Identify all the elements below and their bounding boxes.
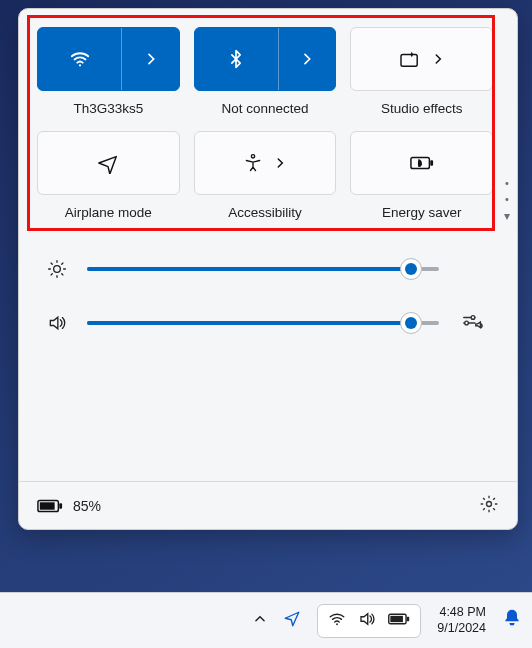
svg-rect-15 bbox=[391, 615, 404, 621]
bluetooth-icon bbox=[226, 49, 246, 69]
quick-settings-panel: Th3G33ks5 Not connected bbox=[18, 8, 518, 530]
tray-quick-settings-button[interactable] bbox=[317, 604, 421, 638]
tile-wifi[interactable] bbox=[37, 27, 180, 91]
svg-point-2 bbox=[251, 155, 254, 158]
slider-fill bbox=[87, 321, 411, 325]
svg-point-12 bbox=[336, 623, 338, 625]
clock-time: 4:48 PM bbox=[437, 605, 486, 621]
notifications-button[interactable] bbox=[502, 608, 522, 633]
tile-airplane-wrap: Airplane mode bbox=[37, 131, 180, 227]
system-tray: 4:48 PM 9/1/2024 bbox=[253, 604, 522, 638]
airplane-icon bbox=[97, 152, 119, 174]
tile-wifi-wrap: Th3G33ks5 bbox=[37, 27, 180, 123]
tile-bluetooth-toggle[interactable] bbox=[195, 28, 279, 90]
brightness-row bbox=[45, 257, 489, 281]
triangle-down-icon: ▾ bbox=[504, 209, 510, 223]
studio-effects-icon bbox=[399, 50, 421, 68]
svg-rect-4 bbox=[430, 160, 433, 166]
svg-rect-14 bbox=[407, 616, 409, 621]
tiles-grid: Th3G33ks5 Not connected bbox=[37, 27, 499, 227]
slider-thumb[interactable] bbox=[400, 312, 422, 334]
chevron-right-icon bbox=[431, 52, 445, 66]
slider-thumb[interactable] bbox=[400, 258, 422, 280]
wifi-icon bbox=[69, 48, 91, 70]
dot-icon: • bbox=[505, 193, 509, 205]
gear-icon bbox=[479, 494, 499, 514]
settings-button[interactable] bbox=[479, 494, 499, 517]
chevron-right-icon bbox=[143, 51, 159, 67]
battery-text: 85% bbox=[73, 498, 101, 514]
volume-output-button[interactable] bbox=[457, 313, 489, 333]
tile-studio-label: Studio effects bbox=[381, 101, 463, 123]
svg-point-0 bbox=[79, 64, 81, 66]
battery-icon bbox=[388, 612, 410, 630]
wifi-icon bbox=[328, 610, 346, 632]
svg-point-7 bbox=[465, 321, 469, 325]
svg-point-5 bbox=[54, 266, 61, 273]
volume-row bbox=[45, 311, 489, 335]
volume-icon bbox=[358, 610, 376, 632]
tile-wifi-label: Th3G33ks5 bbox=[73, 101, 143, 123]
tile-bluetooth-label: Not connected bbox=[221, 101, 308, 123]
battery-status[interactable]: 85% bbox=[37, 498, 101, 514]
svg-rect-1 bbox=[401, 55, 417, 67]
taskbar-clock[interactable]: 4:48 PM 9/1/2024 bbox=[437, 605, 486, 636]
tile-bluetooth-wrap: Not connected bbox=[194, 27, 337, 123]
brightness-slider[interactable] bbox=[87, 257, 439, 281]
tile-accessibility-label: Accessibility bbox=[228, 205, 302, 227]
taskbar: 4:48 PM 9/1/2024 bbox=[0, 592, 532, 648]
tile-airplane-label: Airplane mode bbox=[65, 205, 152, 227]
tile-energy-label: Energy saver bbox=[382, 205, 462, 227]
slider-fill bbox=[87, 267, 411, 271]
brightness-icon bbox=[45, 259, 69, 279]
tile-bluetooth-expand[interactable] bbox=[279, 28, 335, 90]
energy-saver-icon bbox=[410, 154, 434, 172]
tile-energy-wrap: Energy saver bbox=[350, 131, 493, 227]
svg-rect-10 bbox=[40, 502, 55, 509]
tile-wifi-toggle[interactable] bbox=[38, 28, 122, 90]
tray-overflow-button[interactable] bbox=[253, 612, 267, 629]
clock-date: 9/1/2024 bbox=[437, 621, 486, 637]
chevron-right-icon bbox=[299, 51, 315, 67]
svg-point-11 bbox=[487, 502, 492, 507]
tile-wifi-expand[interactable] bbox=[122, 28, 178, 90]
sliders-section bbox=[19, 233, 517, 337]
dot-icon: • bbox=[505, 177, 509, 189]
tile-airplane[interactable] bbox=[37, 131, 180, 195]
panel-footer: 85% bbox=[19, 481, 517, 529]
svg-point-6 bbox=[471, 316, 475, 320]
tile-accessibility[interactable] bbox=[194, 131, 337, 195]
tile-bluetooth[interactable] bbox=[194, 27, 337, 91]
svg-rect-9 bbox=[59, 503, 62, 509]
tile-energy[interactable] bbox=[350, 131, 493, 195]
volume-icon bbox=[45, 313, 69, 333]
chevron-right-icon bbox=[273, 156, 287, 170]
battery-icon bbox=[37, 498, 63, 514]
tile-studio-wrap: Studio effects bbox=[350, 27, 493, 123]
tile-studio[interactable] bbox=[350, 27, 493, 91]
tiles-zone: Th3G33ks5 Not connected bbox=[19, 9, 517, 233]
accessibility-icon bbox=[243, 153, 263, 173]
location-icon[interactable] bbox=[283, 610, 301, 632]
page-indicator[interactable]: • • ▾ bbox=[504, 177, 510, 223]
tile-accessibility-wrap: Accessibility bbox=[194, 131, 337, 227]
volume-slider[interactable] bbox=[87, 311, 439, 335]
